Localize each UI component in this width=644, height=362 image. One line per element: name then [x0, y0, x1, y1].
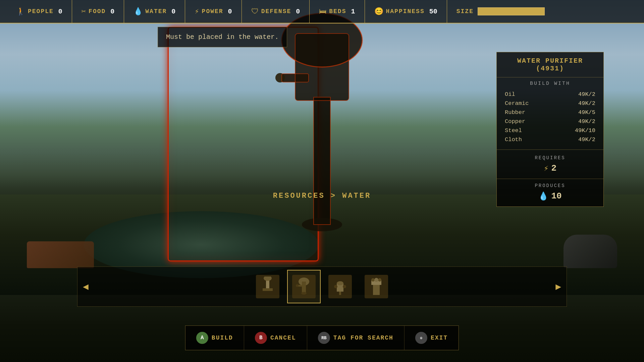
food-value: 0	[110, 8, 114, 15]
material-value: 49K/2	[578, 91, 595, 98]
defense-icon: 🛡	[251, 7, 259, 16]
item-selector-bar: ◀	[77, 266, 567, 307]
people-icon: 🚶	[16, 7, 25, 16]
build-with-label: BUILD WITH	[497, 77, 603, 88]
material-value: 49K/2	[578, 136, 595, 143]
cancel-action[interactable]: B CANCEL	[244, 326, 307, 350]
produces-label: PRODUCES	[505, 183, 595, 188]
material-name: Copper	[505, 118, 525, 125]
happiness-label: HAPPINESS	[386, 8, 425, 15]
material-name: Steel	[505, 127, 522, 134]
selector-item-inner-4	[365, 275, 388, 298]
svg-point-27	[374, 278, 378, 282]
build-label: BUILD	[212, 335, 233, 341]
background-car-right	[564, 235, 617, 268]
material-row: Cloth49K/2	[505, 135, 595, 144]
tag-label: TAG FOR SEARCH	[333, 335, 393, 341]
hud-power: ⚡ POWER 0	[185, 0, 241, 23]
resources-breadcrumb: RESOURCES > WATER	[273, 192, 371, 200]
size-label: SIZE	[457, 8, 474, 15]
selector-item-2-selected[interactable]	[287, 270, 321, 303]
produces-section: PRODUCES 💧 10	[497, 180, 603, 206]
selector-item-3[interactable]	[323, 270, 357, 303]
material-row: Ceramic49K/2	[505, 99, 595, 108]
b-button: B	[255, 332, 267, 344]
item-info-panel: WATER PURIFIER (4931) BUILD WITH Oil49K/…	[496, 52, 604, 207]
water-label: WATER	[145, 8, 167, 15]
food-label: FOOD	[89, 8, 106, 15]
water-value: 0	[171, 8, 175, 15]
build-action[interactable]: A BUILD	[185, 326, 244, 350]
placement-tooltip: Must be placed in the water.	[158, 27, 287, 47]
hud-food: ✂ FOOD 0	[72, 0, 124, 23]
material-name: Oil	[505, 91, 515, 98]
power-value: 0	[228, 8, 232, 15]
hud-top-bar: 🚶 PEOPLE 0 ✂ FOOD 0 💧 WATER 0 ⚡ POWER 0 …	[0, 0, 644, 23]
selector-item-inner-3	[328, 275, 352, 298]
tag-action[interactable]: RB TAG FOR SEARCH	[307, 326, 405, 350]
material-row: Oil49K/2	[505, 90, 595, 99]
material-value: 49K/10	[575, 127, 595, 134]
panel-divider-2	[497, 179, 603, 179]
svg-rect-14	[302, 282, 306, 293]
svg-rect-12	[263, 288, 273, 291]
svg-point-19	[337, 281, 343, 285]
svg-rect-20	[339, 292, 341, 295]
people-label: PEOPLE	[28, 8, 54, 15]
materials-list: Oil49K/2Ceramic49K/2Rubber49K/5Copper49K…	[497, 88, 603, 148]
size-bar	[478, 7, 545, 15]
defense-label: DEFENSE	[261, 8, 291, 15]
svg-point-25	[371, 278, 375, 282]
produces-number: 10	[551, 191, 561, 201]
material-name: Ceramic	[505, 100, 529, 107]
svg-point-15	[301, 292, 307, 295]
material-row: Copper49K/2	[505, 117, 595, 126]
hud-size: SIZE	[447, 7, 545, 15]
happiness-value: 50	[429, 8, 437, 15]
requires-number: 2	[551, 163, 556, 173]
a-button: A	[196, 332, 208, 344]
material-value: 49K/2	[578, 118, 595, 125]
svg-point-22	[343, 285, 346, 288]
power-label: POWER	[202, 8, 223, 15]
requires-value: ⚡ 2	[505, 163, 595, 173]
exit-action[interactable]: ⊙ EXIT	[405, 326, 459, 350]
material-row: Rubber49K/5	[505, 108, 595, 117]
material-value: 49K/2	[578, 100, 595, 107]
selector-item-inner-2	[292, 275, 316, 298]
svg-point-17	[296, 284, 299, 287]
action-bar: A BUILD B CANCEL RB TAG FOR SEARCH ⊙ EXI…	[185, 325, 459, 350]
food-icon: ✂	[82, 7, 86, 16]
material-name: Rubber	[505, 109, 525, 116]
people-value: 0	[58, 8, 62, 15]
svg-rect-24	[373, 285, 380, 295]
background-car-left	[27, 241, 94, 268]
panel-divider-1	[497, 149, 603, 150]
selector-item-4[interactable]	[360, 270, 393, 303]
selector-item-1[interactable]	[251, 270, 284, 303]
happiness-icon: 😊	[374, 7, 383, 16]
selector-item-inner-1	[256, 275, 279, 298]
hud-happiness: 😊 HAPPINESS 50	[365, 0, 447, 23]
svg-point-26	[378, 278, 381, 282]
material-value: 49K/5	[578, 109, 595, 116]
selector-arrow-right[interactable]: ▶	[550, 281, 567, 292]
produces-value: 💧 10	[505, 191, 595, 201]
requires-section: REQUIRES ⚡ 2	[497, 151, 603, 177]
material-row: Steel49K/10	[505, 126, 595, 135]
material-name: Cloth	[505, 136, 522, 143]
item-title: WATER PURIFIER (4931)	[497, 52, 603, 77]
hud-beds: 🛏 BEDS 1	[310, 0, 365, 23]
defense-value: 0	[296, 8, 300, 15]
water-icon: 💧	[133, 7, 143, 16]
tooltip-text: Must be placed in the water.	[166, 33, 279, 41]
water-produce-icon: 💧	[538, 191, 548, 201]
rb-button: RB	[318, 332, 330, 344]
cancel-label: CANCEL	[270, 335, 296, 341]
svg-point-21	[334, 285, 337, 288]
svg-point-11	[264, 277, 272, 281]
selector-arrow-left[interactable]: ◀	[77, 281, 94, 292]
hud-defense: 🛡 DEFENSE 0	[242, 0, 310, 23]
hud-water: 💧 WATER 0	[124, 0, 185, 23]
power-require-icon: ⚡	[544, 164, 548, 173]
